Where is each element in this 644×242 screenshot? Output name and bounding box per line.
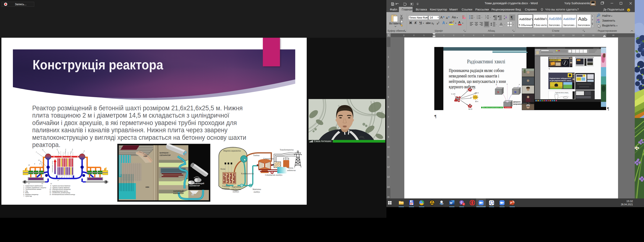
- svg-text:5 - Вода: 5 - Вода: [23, 192, 28, 193]
- svg-text:РГК: РГК: [186, 178, 190, 180]
- svg-text:Kondensatorius: Kondensatorius: [241, 172, 254, 175]
- svg-text:Grafitinis: Grafitinis: [222, 185, 230, 187]
- svg-text:3 - Технологические каналы: 3 - Технологические каналы: [23, 189, 41, 190]
- svg-text:⌄: ⌄: [474, 16, 475, 18]
- svg-text:3: 3: [477, 18, 478, 19]
- svg-text:6 - Барабан-сепаратор: 6 - Барабан-сепаратор: [23, 194, 38, 195]
- svg-text:N: N: [478, 92, 478, 94]
- svg-text:Cs-140: Cs-140: [470, 86, 474, 87]
- svg-text:9 - Турбины низкого давления: 9 - Турбины низкого давления: [50, 187, 70, 189]
- svg-text:S: S: [497, 90, 499, 94]
- svg-text:11: 11: [38, 160, 40, 161]
- svg-text:Būgninis separatorius: Būgninis separatorius: [224, 150, 241, 152]
- svg-text:Turbina: Turbina: [253, 154, 260, 157]
- svg-text:НАПОРНЫЙ: НАПОРНЫЙ: [173, 190, 184, 192]
- svg-text:Ežeras –: Ežeras –: [288, 167, 295, 169]
- svg-text:aušintuvas: aušintuvas: [287, 169, 296, 171]
- svg-text:a: a: [486, 16, 486, 18]
- svg-text:9: 9: [34, 163, 35, 165]
- svg-text:1: 1: [485, 15, 486, 16]
- svg-text:⌄: ⌄: [496, 23, 497, 25]
- svg-text:N: N: [514, 90, 516, 94]
- svg-text:1: 1: [57, 149, 58, 150]
- svg-text:ВСАСЫВАЮЩИЙ: ВСАСЫВАЮЩИЙ: [190, 182, 204, 185]
- svg-text:19: 19: [28, 164, 30, 166]
- svg-text:4 - Пар: 4 - Пар: [23, 190, 28, 192]
- svg-text:U-235: U-235: [451, 93, 455, 95]
- svg-text:N: N: [477, 101, 478, 102]
- svg-text:10 - Электроический генератор: 10 - Электроический генератор: [50, 189, 71, 190]
- svg-text:КОЛЛЕКТОР: КОЛЛЕКТОР: [190, 185, 200, 187]
- svg-text:Kuras: Kuras: [220, 168, 226, 170]
- svg-text:1: 1: [477, 15, 478, 16]
- svg-text:Rb-92: Rb-92: [468, 108, 472, 110]
- svg-text:СЕПАРАТОР: СЕПАРАТОР: [160, 154, 171, 156]
- svg-text:⌄: ⌄: [490, 16, 491, 18]
- svg-text:cirkuliacinis: cirkuliacinis: [231, 188, 241, 190]
- svg-text:γ: γ: [506, 83, 508, 85]
- svg-text:5: 5: [58, 180, 58, 181]
- svg-text:6: 6: [42, 149, 43, 151]
- svg-text:2: 2: [477, 16, 478, 18]
- svg-text:¶: ¶: [511, 15, 512, 20]
- svg-text:7 - Сухой пар: 7 - Сухой пар: [23, 195, 32, 197]
- svg-text:4: 4: [84, 150, 84, 152]
- svg-text:α: α: [519, 83, 520, 85]
- svg-text:11: 11: [28, 183, 30, 184]
- svg-text:siurblys: siurblys: [233, 191, 239, 193]
- svg-text:11 - Циркуляционные насосы: 11 - Циркуляционные насосы: [50, 190, 68, 192]
- svg-text:13 - Вспомогательный водяной к: 13 - Вспомогательный водяной контур: [50, 194, 75, 195]
- svg-text:ПВК: ПВК: [144, 155, 147, 157]
- svg-text:stabdiklis: stabdiklis: [222, 187, 230, 190]
- svg-text:Transformatorius: Transformatorius: [280, 149, 294, 151]
- svg-text:2: 2: [65, 149, 66, 150]
- svg-text:12 - Охладитель (конденсатор): 12 - Охладитель (конденсатор): [50, 192, 70, 194]
- svg-text:Pagrindinis: Pagrindinis: [232, 186, 241, 188]
- svg-text:⌄: ⌄: [504, 23, 506, 25]
- svg-text:7: 7: [36, 152, 37, 153]
- svg-text:А: А: [504, 15, 505, 17]
- svg-text:Maitinimo: Maitinimo: [252, 188, 261, 190]
- svg-text:Направление потока: Направление потока: [52, 161, 53, 172]
- svg-text:W: W: [450, 201, 452, 204]
- svg-text:β: β: [496, 83, 497, 85]
- svg-text:1 - Графитовый замедлитель: 1 - Графитовый замедлитель: [23, 185, 43, 187]
- svg-text:БАРАБАН -: БАРАБАН -: [160, 152, 170, 154]
- svg-text:P: P: [510, 201, 512, 204]
- svg-text:Generatorius: Generatorius: [263, 158, 274, 160]
- svg-text:8: 8: [40, 163, 40, 165]
- svg-text:i: i: [485, 18, 486, 19]
- svg-text:2: 2: [463, 203, 464, 205]
- svg-text:КОЛЛЕКТОР: КОЛЛЕКТОР: [173, 192, 184, 194]
- svg-text:Cirkuliacinis siurblys: Cirkuliacinis siurblys: [265, 174, 282, 176]
- svg-text:⌄: ⌄: [512, 23, 514, 25]
- svg-text:⌄: ⌄: [481, 16, 482, 18]
- svg-text:2 - Стержни управления и защит: 2 - Стержни управления и защиты: [23, 187, 46, 189]
- svg-text:8 - Турбина высокого давления: 8 - Турбина высокого давления: [50, 185, 70, 187]
- svg-text:200MeV: 200MeV: [473, 96, 478, 98]
- svg-text:Я: Я: [504, 18, 505, 20]
- svg-text:12: 12: [50, 183, 52, 184]
- svg-text:ac: ac: [598, 21, 600, 23]
- svg-text:13: 13: [42, 183, 43, 184]
- svg-text:НВК: НВК: [146, 186, 149, 188]
- svg-text:siurblys: siurblys: [254, 191, 260, 193]
- svg-text:3: 3: [72, 149, 73, 150]
